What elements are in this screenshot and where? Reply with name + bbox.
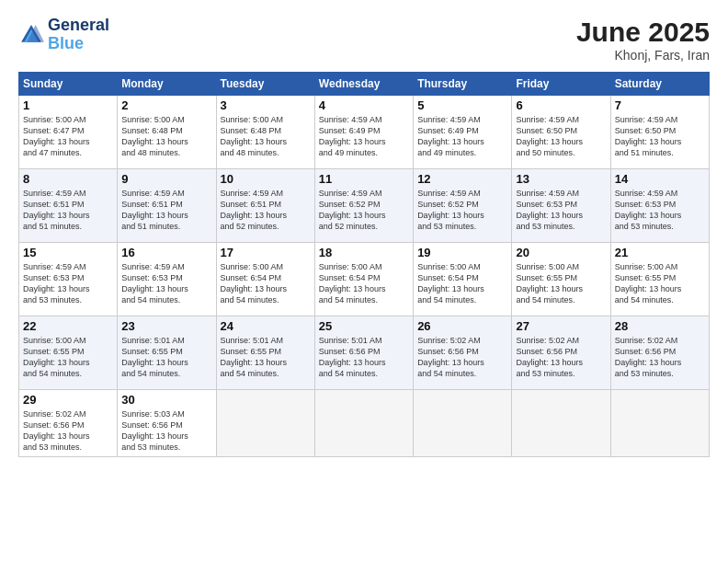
day-detail: Sunrise: 4:59 AMSunset: 6:49 PMDaylight:… [319,114,409,159]
day-detail: Sunrise: 4:59 AMSunset: 6:53 PMDaylight:… [23,261,113,306]
calendar-cell: 27Sunrise: 5:02 AMSunset: 6:56 PMDayligh… [512,316,610,390]
calendar-week-1: 1Sunrise: 5:00 AMSunset: 6:47 PMDaylight… [19,96,710,169]
calendar-cell: 28Sunrise: 5:02 AMSunset: 6:56 PMDayligh… [610,316,709,390]
calendar-week-5: 29Sunrise: 5:02 AMSunset: 6:56 PMDayligh… [19,390,710,457]
calendar-cell [314,390,413,457]
calendar-cell: 26Sunrise: 5:02 AMSunset: 6:56 PMDayligh… [414,316,512,390]
day-detail: Sunrise: 5:00 AMSunset: 6:47 PMDaylight:… [23,114,113,159]
calendar-week-4: 22Sunrise: 5:00 AMSunset: 6:55 PMDayligh… [19,316,710,390]
col-sunday: Sunday [19,73,118,96]
title-block: June 2025 Khonj, Fars, Iran [576,17,710,63]
day-detail: Sunrise: 5:02 AMSunset: 6:56 PMDaylight:… [417,335,507,380]
calendar-cell [610,390,709,457]
calendar-cell: 11Sunrise: 4:59 AMSunset: 6:52 PMDayligh… [314,169,413,243]
calendar-cell: 20Sunrise: 5:00 AMSunset: 6:55 PMDayligh… [512,243,610,316]
calendar-cell: 30Sunrise: 5:03 AMSunset: 6:56 PMDayligh… [118,390,216,457]
day-number: 13 [516,172,606,186]
day-number: 21 [615,246,705,259]
day-detail: Sunrise: 5:00 AMSunset: 6:55 PMDaylight:… [23,335,113,380]
calendar-cell: 17Sunrise: 5:00 AMSunset: 6:54 PMDayligh… [216,243,314,316]
day-number: 12 [417,172,507,186]
calendar-cell: 14Sunrise: 4:59 AMSunset: 6:53 PMDayligh… [610,169,709,243]
day-detail: Sunrise: 4:59 AMSunset: 6:53 PMDaylight:… [121,261,211,306]
logo-text: General Blue [48,17,109,53]
logo: General Blue [18,17,109,53]
calendar-table: Sunday Monday Tuesday Wednesday Thursday… [18,72,710,457]
calendar-cell: 1Sunrise: 5:00 AMSunset: 6:47 PMDaylight… [19,96,118,169]
day-number: 20 [516,246,606,259]
day-detail: Sunrise: 4:59 AMSunset: 6:51 PMDaylight:… [221,188,311,233]
day-detail: Sunrise: 5:00 AMSunset: 6:48 PMDaylight:… [121,114,211,159]
day-detail: Sunrise: 4:59 AMSunset: 6:52 PMDaylight:… [319,188,409,233]
day-number: 8 [23,172,113,186]
calendar-cell: 18Sunrise: 5:00 AMSunset: 6:54 PMDayligh… [314,243,413,316]
day-number: 9 [121,172,211,186]
col-thursday: Thursday [414,73,512,96]
day-number: 16 [121,246,211,259]
day-number: 17 [221,246,311,259]
calendar-cell [216,390,314,457]
col-wednesday: Wednesday [314,73,413,96]
header-row: Sunday Monday Tuesday Wednesday Thursday… [19,73,710,96]
calendar-cell [414,390,512,457]
day-detail: Sunrise: 5:00 AMSunset: 6:48 PMDaylight:… [221,114,311,159]
calendar-cell [512,390,610,457]
calendar-cell: 16Sunrise: 4:59 AMSunset: 6:53 PMDayligh… [118,243,216,316]
day-number: 25 [319,319,409,333]
day-detail: Sunrise: 5:02 AMSunset: 6:56 PMDaylight:… [23,408,113,454]
day-number: 7 [615,98,705,112]
day-detail: Sunrise: 5:00 AMSunset: 6:54 PMDaylight:… [319,261,409,306]
col-tuesday: Tuesday [216,73,314,96]
day-detail: Sunrise: 4:59 AMSunset: 6:51 PMDaylight:… [23,188,113,233]
calendar-cell: 19Sunrise: 5:00 AMSunset: 6:54 PMDayligh… [414,243,512,316]
day-number: 2 [121,98,211,112]
day-number: 11 [319,172,409,186]
day-number: 18 [319,246,409,259]
day-detail: Sunrise: 4:59 AMSunset: 6:50 PMDaylight:… [516,114,606,159]
calendar-cell: 4Sunrise: 4:59 AMSunset: 6:49 PMDaylight… [314,96,413,169]
calendar-body: 1Sunrise: 5:00 AMSunset: 6:47 PMDaylight… [19,96,710,457]
page: General Blue June 2025 Khonj, Fars, Iran… [0,0,728,563]
day-number: 6 [516,98,606,112]
calendar-cell: 3Sunrise: 5:00 AMSunset: 6:48 PMDaylight… [216,96,314,169]
day-number: 23 [121,319,211,333]
calendar-week-3: 15Sunrise: 4:59 AMSunset: 6:53 PMDayligh… [19,243,710,316]
day-detail: Sunrise: 5:00 AMSunset: 6:54 PMDaylight:… [221,261,311,306]
day-detail: Sunrise: 5:00 AMSunset: 6:55 PMDaylight:… [615,261,705,306]
day-detail: Sunrise: 4:59 AMSunset: 6:53 PMDaylight:… [615,188,705,233]
col-monday: Monday [118,73,216,96]
month-title: June 2025 [576,17,710,48]
day-detail: Sunrise: 5:02 AMSunset: 6:56 PMDaylight:… [516,335,606,380]
calendar-cell: 10Sunrise: 4:59 AMSunset: 6:51 PMDayligh… [216,169,314,243]
day-detail: Sunrise: 4:59 AMSunset: 6:49 PMDaylight:… [417,114,507,159]
day-number: 29 [23,393,113,407]
col-saturday: Saturday [610,73,709,96]
calendar-cell: 6Sunrise: 4:59 AMSunset: 6:50 PMDaylight… [512,96,610,169]
calendar-cell: 22Sunrise: 5:00 AMSunset: 6:55 PMDayligh… [19,316,118,390]
day-number: 22 [23,319,113,333]
day-detail: Sunrise: 5:02 AMSunset: 6:56 PMDaylight:… [615,335,705,380]
calendar-cell: 21Sunrise: 5:00 AMSunset: 6:55 PMDayligh… [610,243,709,316]
col-friday: Friday [512,73,610,96]
header: General Blue June 2025 Khonj, Fars, Iran [18,17,710,63]
calendar-cell: 12Sunrise: 4:59 AMSunset: 6:52 PMDayligh… [414,169,512,243]
calendar-cell: 25Sunrise: 5:01 AMSunset: 6:56 PMDayligh… [314,316,413,390]
day-number: 5 [417,98,507,112]
location: Khonj, Fars, Iran [576,48,710,63]
day-detail: Sunrise: 5:00 AMSunset: 6:55 PMDaylight:… [516,261,606,306]
day-detail: Sunrise: 5:03 AMSunset: 6:56 PMDaylight:… [121,408,211,454]
calendar-cell: 7Sunrise: 4:59 AMSunset: 6:50 PMDaylight… [610,96,709,169]
day-detail: Sunrise: 4:59 AMSunset: 6:51 PMDaylight:… [121,188,211,233]
day-detail: Sunrise: 4:59 AMSunset: 6:50 PMDaylight:… [615,114,705,159]
day-number: 14 [615,172,705,186]
day-detail: Sunrise: 5:01 AMSunset: 6:56 PMDaylight:… [319,335,409,380]
day-number: 1 [23,98,113,112]
day-detail: Sunrise: 4:59 AMSunset: 6:53 PMDaylight:… [516,188,606,233]
calendar-cell: 15Sunrise: 4:59 AMSunset: 6:53 PMDayligh… [19,243,118,316]
calendar-cell: 23Sunrise: 5:01 AMSunset: 6:55 PMDayligh… [118,316,216,390]
calendar-cell: 24Sunrise: 5:01 AMSunset: 6:55 PMDayligh… [216,316,314,390]
day-number: 26 [417,319,507,333]
calendar-cell: 9Sunrise: 4:59 AMSunset: 6:51 PMDaylight… [118,169,216,243]
calendar-cell: 5Sunrise: 4:59 AMSunset: 6:49 PMDaylight… [414,96,512,169]
calendar-cell: 13Sunrise: 4:59 AMSunset: 6:53 PMDayligh… [512,169,610,243]
